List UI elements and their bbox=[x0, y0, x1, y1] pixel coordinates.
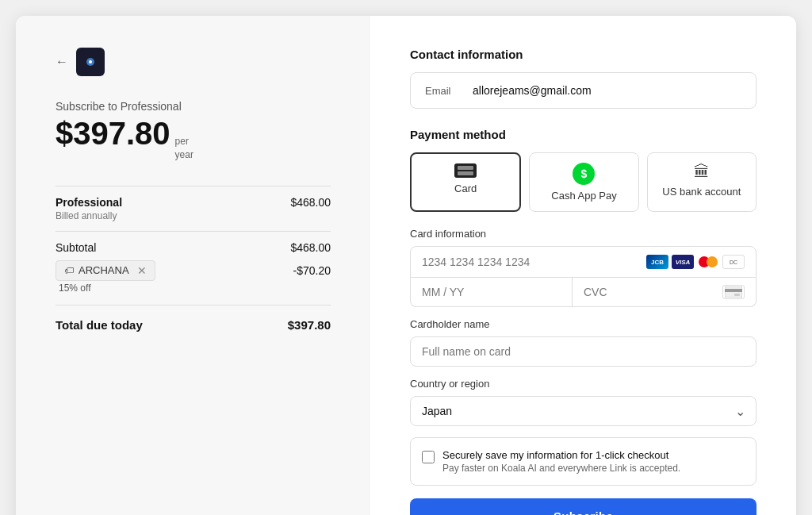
expiry-cvc-row bbox=[410, 278, 756, 307]
payment-method-card[interactable]: Card bbox=[410, 152, 521, 212]
card-brand-icons: JCB VISA DC bbox=[646, 255, 745, 269]
email-label: Email bbox=[425, 85, 457, 97]
price-period: peryear bbox=[175, 135, 193, 162]
payment-methods-group: Card $ Cash App Pay 🏛 US bank account bbox=[410, 152, 756, 212]
plan-name: Professional bbox=[56, 196, 122, 209]
tag-icon: 🏷 bbox=[64, 265, 74, 276]
payment-method-bank[interactable]: 🏛 US bank account bbox=[647, 152, 756, 212]
cvc-field-wrap bbox=[572, 278, 756, 306]
contact-email-value: allorejeams@gmail.com bbox=[473, 84, 592, 97]
expiry-input[interactable] bbox=[411, 278, 572, 306]
subscribe-label: Subscribe to Professional bbox=[56, 100, 331, 113]
jcb-icon: JCB bbox=[646, 255, 668, 269]
diners-icon: DC bbox=[722, 255, 745, 269]
card-icon bbox=[454, 163, 477, 178]
cardholder-input[interactable] bbox=[410, 336, 756, 367]
total-label: Total due today bbox=[56, 318, 143, 332]
cvc-card-icon bbox=[722, 285, 745, 299]
save-info-row: Securely save my information for 1-click… bbox=[410, 437, 756, 486]
country-select[interactable]: Japan United States United Kingdom Austr… bbox=[410, 396, 756, 426]
save-info-label: Securely save my information for 1-click… bbox=[442, 449, 680, 461]
save-info-checkbox[interactable] bbox=[422, 451, 435, 463]
plan-price: $468.00 bbox=[290, 196, 331, 209]
coupon-code: ARCHANA bbox=[79, 264, 129, 276]
visa-icon: VISA bbox=[672, 255, 694, 269]
brand-logo bbox=[76, 48, 105, 76]
payment-method-cashapp[interactable]: $ Cash App Pay bbox=[529, 152, 638, 212]
right-panel: Contact information Email allorejeams@gm… bbox=[370, 16, 796, 515]
subtotal-value: $468.00 bbox=[290, 241, 331, 254]
card-number-row: JCB VISA DC bbox=[410, 246, 756, 278]
cardholder-group: Cardholder name bbox=[410, 318, 756, 367]
card-info-group: Card information JCB VISA DC bbox=[410, 228, 756, 307]
card-label: Card bbox=[454, 183, 477, 194]
bank-icon: 🏛 bbox=[694, 163, 710, 181]
back-button[interactable]: ← bbox=[56, 48, 331, 76]
mastercard-icon bbox=[697, 255, 719, 269]
cardholder-label: Cardholder name bbox=[410, 318, 756, 330]
bank-label: US bank account bbox=[662, 186, 741, 198]
save-info-sublabel: Pay faster on Koala AI and everywhere Li… bbox=[442, 463, 680, 474]
payment-section-title: Payment method bbox=[410, 128, 756, 141]
svg-point-2 bbox=[89, 60, 92, 63]
svg-rect-4 bbox=[725, 289, 742, 292]
country-select-wrap: Japan United States United Kingdom Austr… bbox=[410, 396, 756, 426]
coupon-badge: 🏷 ARCHANA ✕ bbox=[56, 260, 155, 281]
cvc-input[interactable] bbox=[584, 286, 722, 298]
subscribe-button[interactable]: Subscribe bbox=[410, 498, 756, 515]
country-label: Country or region bbox=[410, 378, 756, 390]
contact-info-box: Email allorejeams@gmail.com bbox=[410, 72, 756, 109]
contact-section-title: Contact information bbox=[410, 48, 756, 61]
subtotal-label: Subtotal bbox=[56, 241, 96, 254]
coupon-remove-button[interactable]: ✕ bbox=[137, 264, 147, 277]
cashapp-icon: $ bbox=[573, 163, 595, 185]
back-arrow-icon: ← bbox=[56, 55, 68, 69]
svg-rect-5 bbox=[734, 294, 740, 296]
country-group: Country or region Japan United States Un… bbox=[410, 378, 756, 426]
price-main: $397.80 bbox=[56, 116, 170, 152]
plan-billing: Billed annually bbox=[56, 210, 122, 221]
card-number-input[interactable] bbox=[422, 256, 646, 268]
cashapp-label: Cash App Pay bbox=[551, 190, 616, 202]
total-value: $397.80 bbox=[288, 318, 331, 332]
left-panel: ← Subscribe to Professional $397.80 pery… bbox=[16, 16, 370, 515]
card-info-label: Card information bbox=[410, 228, 756, 240]
coupon-discount: -$70.20 bbox=[293, 264, 331, 277]
coupon-pct: 15% off bbox=[59, 282, 331, 294]
